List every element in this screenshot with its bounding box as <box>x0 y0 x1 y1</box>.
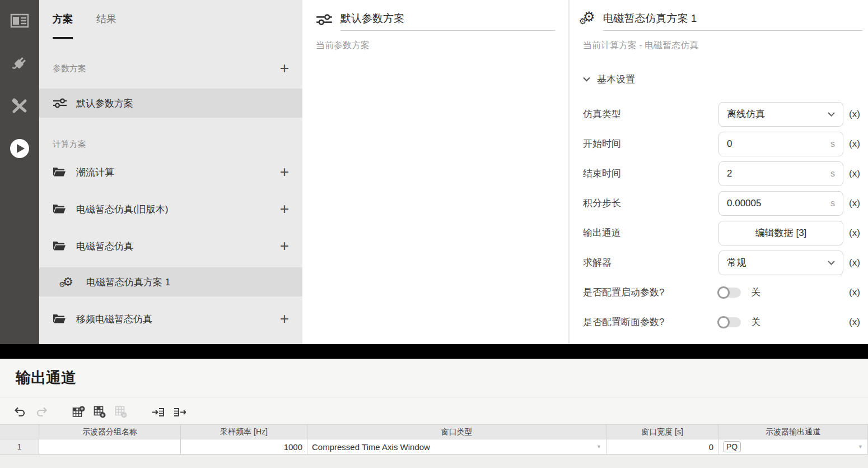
startup-params-toggle[interactable] <box>718 288 741 298</box>
dropdown-arrow-icon[interactable]: ▼ <box>855 444 863 450</box>
field-start-time: 开始时间 s (x) <box>583 129 862 159</box>
add-row-icon[interactable] <box>93 405 106 419</box>
dropdown-arrow-icon[interactable]: ▼ <box>593 444 601 450</box>
field-label: 开始时间 <box>583 137 718 150</box>
tree-item-power-flow[interactable]: 潮流计算 + <box>39 157 302 187</box>
step-size-input[interactable] <box>727 198 827 209</box>
calc-detail-panel: ⚙⚙ 电磁暂态仿真方案 1 当前计算方案 - 电磁暂态仿真 基本设置 仿真类型 … <box>570 0 868 344</box>
window-type-cell[interactable]: Compressed Time Axis Window ▼ <box>307 439 606 455</box>
unit-label: s <box>830 139 835 149</box>
solver-select[interactable]: 常规 <box>718 251 843 275</box>
param-section-label: 参数方案 <box>53 63 86 74</box>
col-header-output-channels: 示波器输出通道 <box>718 424 868 439</box>
add-column-icon[interactable] <box>72 405 85 419</box>
folder-icon <box>53 240 68 252</box>
sliders-icon <box>316 12 333 27</box>
expression-toggle[interactable]: (x) <box>849 228 860 239</box>
run-icon[interactable] <box>9 138 30 159</box>
export-icon[interactable] <box>172 405 186 419</box>
tab-scheme[interactable]: 方案 <box>53 12 73 39</box>
col-header-sample-rate: 采样频率 [Hz] <box>181 424 307 439</box>
undo-icon[interactable] <box>13 405 27 419</box>
table-toolbar <box>0 397 868 424</box>
sample-rate-cell[interactable]: 1000 <box>181 439 307 455</box>
expression-toggle[interactable]: (x) <box>849 198 860 209</box>
layout-panel-icon[interactable] <box>9 10 30 31</box>
output-channels-table: 示波器分组名称 采样频率 [Hz] 窗口类型 窗口宽度 [s] 示波器输出通道 … <box>0 424 868 455</box>
selected-value: 离线仿真 <box>727 108 765 121</box>
toggle-state-label: 关 <box>751 286 760 299</box>
top-section: 方案 结果 参数方案 + 默认参数方案 计算方案 <box>0 0 868 344</box>
output-channels-cell[interactable]: PQ ▼ <box>718 439 868 455</box>
field-step-size: 积分步长 s (x) <box>583 188 862 218</box>
row-index-cell[interactable]: 1 <box>0 439 39 455</box>
tree-item-emt[interactable]: 电磁暂态仿真 + <box>39 231 302 261</box>
add-param-scheme-button[interactable]: + <box>280 63 289 74</box>
expression-toggle[interactable]: (x) <box>849 317 860 328</box>
add-emt-old-button[interactable]: + <box>280 203 289 215</box>
delete-row-icon[interactable] <box>114 405 128 419</box>
add-emt-button[interactable]: + <box>280 240 289 252</box>
section-divider <box>0 344 868 359</box>
settings-form: 仿真类型 离线仿真 (x) 开始时间 s <box>583 99 862 337</box>
param-detail-panel: 默认参数方案 当前参数方案 <box>302 0 570 344</box>
window-type-value: Compressed Time Axis Window <box>312 442 430 452</box>
tree-item-emt-old[interactable]: 电磁暂态仿真(旧版本) + <box>39 194 302 224</box>
expression-toggle[interactable]: (x) <box>849 168 860 179</box>
folder-icon <box>53 313 68 325</box>
tree-item-label: 潮流计算 <box>76 166 280 179</box>
folder-icon <box>53 166 68 178</box>
edit-data-button[interactable]: 编辑数据 [3] <box>718 221 843 245</box>
selected-value: 常规 <box>727 256 746 269</box>
col-header-group-name: 示波器分组名称 <box>39 424 181 439</box>
add-shifted-emt-button[interactable]: + <box>280 313 289 325</box>
field-label: 仿真类型 <box>583 108 718 121</box>
add-power-flow-button[interactable]: + <box>280 166 289 178</box>
output-channels-panel: 输出通道 <box>0 359 868 468</box>
import-icon[interactable] <box>151 405 165 419</box>
calc-section-header: 计算方案 <box>39 139 302 150</box>
expression-toggle[interactable]: (x) <box>849 109 860 120</box>
field-startup-params: 是否配置启动参数? 关 (x) <box>583 277 862 307</box>
field-end-time: 结束时间 s (x) <box>583 159 862 188</box>
plug-icon[interactable] <box>9 53 30 74</box>
expression-toggle[interactable]: (x) <box>849 138 860 150</box>
gears-icon: ⚙⚙ <box>583 11 595 24</box>
sliders-icon <box>53 97 68 109</box>
simulation-type-select[interactable]: 离线仿真 <box>718 102 843 127</box>
redo-icon[interactable] <box>35 405 48 419</box>
gears-icon: ⚙⚙ <box>63 276 78 288</box>
window-width-cell[interactable]: 0 <box>606 439 718 455</box>
field-label: 结束时间 <box>583 167 718 180</box>
param-section-header: 参数方案 + <box>39 63 302 74</box>
field-output-channels: 输出通道 编辑数据 [3] (x) <box>583 218 862 248</box>
expression-toggle[interactable]: (x) <box>849 257 860 268</box>
table-background <box>0 455 868 468</box>
param-scheme-title-input[interactable]: 默认参数方案 <box>340 11 555 31</box>
folder-icon <box>53 203 68 215</box>
tree-item-label: 默认参数方案 <box>76 97 289 110</box>
tree-item-label: 电磁暂态仿真 <box>76 240 280 253</box>
basic-settings-collapse[interactable]: 基本设置 <box>583 73 862 86</box>
app-window: 方案 结果 参数方案 + 默认参数方案 计算方案 <box>0 0 868 468</box>
activity-bar <box>0 0 39 344</box>
channel-chip[interactable]: PQ <box>723 441 741 452</box>
start-time-input[interactable] <box>727 138 827 150</box>
group-name-cell[interactable] <box>39 439 181 455</box>
end-time-input[interactable] <box>727 168 827 179</box>
tree-item-default-param-scheme[interactable]: 默认参数方案 <box>39 89 302 118</box>
param-scheme-subtitle: 当前参数方案 <box>316 40 555 52</box>
unit-label: s <box>830 169 835 179</box>
calc-section-label: 计算方案 <box>53 139 86 150</box>
tools-icon[interactable] <box>9 95 30 117</box>
tab-bar: 方案 结果 <box>39 12 302 39</box>
calc-scheme-title-input[interactable]: 电磁暂态仿真方案 1 <box>603 11 862 31</box>
tree-item-label: 电磁暂态仿真(旧版本) <box>76 203 280 216</box>
tree-item-shifted-emt[interactable]: 移频电磁暂态仿真 + <box>39 304 302 333</box>
basic-settings-label: 基本设置 <box>597 73 635 86</box>
field-label: 求解器 <box>583 256 718 269</box>
expression-toggle[interactable]: (x) <box>849 287 860 298</box>
tree-item-emt-scheme-1[interactable]: ⚙⚙ 电磁暂态仿真方案 1 <box>39 267 302 296</box>
snapshot-params-toggle[interactable] <box>718 317 741 327</box>
tab-results[interactable]: 结果 <box>96 12 116 39</box>
